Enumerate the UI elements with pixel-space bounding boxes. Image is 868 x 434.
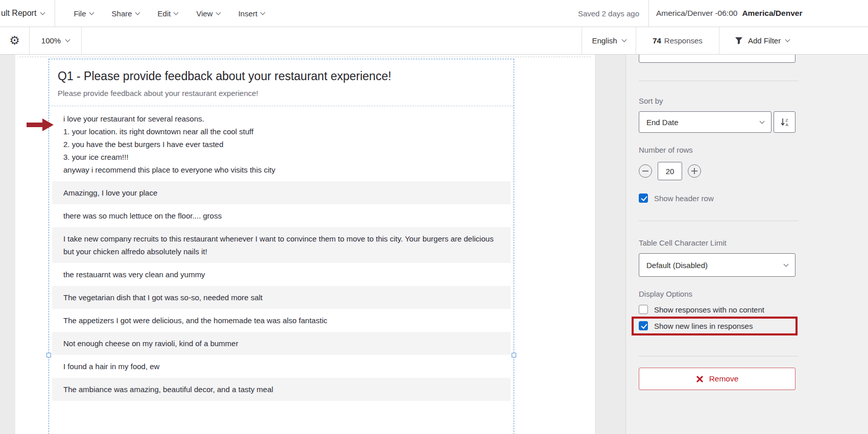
response-row: Amazingg, I love your place bbox=[52, 181, 511, 204]
show-no-content-checkbox[interactable] bbox=[639, 305, 648, 314]
responses-count: 74 bbox=[653, 36, 661, 45]
chevron-down-icon bbox=[65, 37, 70, 42]
response-row: Not enough cheese on my ravioli, kind of… bbox=[52, 332, 511, 355]
svg-text:Z: Z bbox=[785, 118, 788, 123]
show-no-content-option: Show responses with no content bbox=[639, 305, 795, 314]
report-page: Q1 - Please provide feedback about your … bbox=[15, 55, 595, 434]
add-filter-button[interactable]: Add Filter bbox=[719, 27, 868, 54]
response-line: 1. your location. its right downtown nea… bbox=[63, 125, 499, 138]
response-row: The ambiance was amazing, beautiful deco… bbox=[52, 378, 511, 401]
response-line: the restauarnt was very clean and yummy bbox=[63, 268, 499, 281]
divider bbox=[55, 0, 55, 27]
sort-order-button[interactable]: Z A bbox=[774, 111, 795, 133]
response-line: 3. your ice cream!!! bbox=[63, 151, 499, 163]
chevron-down-icon bbox=[760, 118, 765, 124]
zoom-select[interactable]: 100% bbox=[30, 27, 82, 54]
settings-button[interactable]: ⚙ bbox=[0, 27, 30, 54]
char-limit-value: Default (Disabled) bbox=[646, 261, 708, 270]
menu-file-label: File bbox=[74, 9, 86, 18]
response-line: i love your restaurant for several reaso… bbox=[63, 112, 499, 125]
top-menubar: ult Report File Share Edit View Insert S… bbox=[0, 0, 868, 27]
add-filter-label: Add Filter bbox=[748, 36, 781, 45]
menu-share-label: Share bbox=[112, 9, 132, 18]
response-line: The vegetarian dish that I got was so-so… bbox=[63, 291, 499, 304]
sort-order-icon: Z A bbox=[780, 117, 790, 127]
chevron-down-icon bbox=[785, 37, 790, 42]
divider bbox=[639, 221, 798, 221]
text-responses-widget[interactable]: Q1 - Please provide feedback about your … bbox=[49, 59, 514, 434]
response-line: I found a hair in my food, ew bbox=[63, 360, 499, 373]
responses-counter: 74 Responses bbox=[636, 27, 719, 54]
sort-by-dropdown[interactable]: End Date bbox=[639, 111, 771, 133]
response-line: Amazingg, I love your place bbox=[63, 186, 499, 199]
chevron-down-icon bbox=[89, 10, 94, 15]
menu-edit[interactable]: Edit bbox=[158, 9, 178, 18]
language-select[interactable]: English bbox=[582, 27, 636, 54]
chevron-down-icon bbox=[135, 10, 140, 15]
settings-sidebar: Sort by End Date Z A Number of rows 20 S… bbox=[625, 55, 868, 434]
response-row: there was so much lettuce on the floor..… bbox=[52, 204, 511, 227]
remove-button[interactable]: Remove bbox=[639, 368, 795, 390]
filter-icon bbox=[735, 37, 743, 44]
svg-text:A: A bbox=[785, 123, 788, 127]
number-of-rows-stepper: 20 bbox=[639, 162, 795, 180]
response-row: I take new company recruits to this rest… bbox=[52, 227, 511, 263]
annotation-arrow bbox=[27, 118, 54, 132]
annotation-highlight-box bbox=[632, 317, 798, 335]
menu-view-label: View bbox=[196, 9, 212, 18]
response-row: The vegetarian dish that I got was so-so… bbox=[52, 286, 511, 309]
menu-view[interactable]: View bbox=[196, 9, 220, 18]
divider bbox=[639, 356, 798, 356]
report-toolbar: ⚙ 100% English 74 Responses Add Filter bbox=[0, 27, 868, 55]
response-line: The appetizers I got were delicious, and… bbox=[63, 314, 499, 327]
menu-bar: File Share Edit View Insert bbox=[74, 9, 264, 18]
show-header-row-checkbox[interactable] bbox=[639, 194, 648, 203]
saved-status: Saved 2 days ago bbox=[578, 9, 639, 18]
menu-insert[interactable]: Insert bbox=[238, 9, 265, 18]
decrement-button[interactable] bbox=[639, 164, 652, 178]
question-title: Q1 - Please provide feedback about your … bbox=[58, 69, 505, 83]
responses-table: i love your restaurant for several reaso… bbox=[52, 107, 511, 401]
question-header: Q1 - Please provide feedback about your … bbox=[49, 59, 514, 106]
zoom-value: 100% bbox=[41, 36, 61, 45]
response-line: Not enough cheese on my ravioli, kind of… bbox=[63, 337, 499, 350]
response-line: The ambiance was amazing, beautiful deco… bbox=[63, 383, 499, 396]
menu-share[interactable]: Share bbox=[112, 9, 139, 18]
chevron-down-icon bbox=[621, 37, 626, 42]
resize-handle-left[interactable] bbox=[46, 353, 51, 357]
gear-icon: ⚙ bbox=[9, 34, 20, 47]
show-header-row-label: Show header row bbox=[654, 194, 714, 203]
response-row: I found a hair in my food, ew bbox=[52, 355, 511, 378]
chevron-down-icon bbox=[215, 10, 221, 15]
close-icon bbox=[696, 375, 704, 383]
remove-label: Remove bbox=[709, 374, 739, 383]
increment-button[interactable] bbox=[688, 164, 701, 178]
response-row: The appetizers I got were delicious, and… bbox=[52, 309, 511, 332]
timezone-name: America/Denver bbox=[742, 9, 802, 18]
chevron-down-icon bbox=[784, 261, 789, 267]
language-value: English bbox=[592, 36, 617, 45]
report-title-menu[interactable]: ult Report bbox=[0, 0, 55, 27]
timezone-display: America/Denver -06:00 America/Denver bbox=[649, 9, 868, 18]
response-row: i love your restaurant for several reaso… bbox=[52, 107, 511, 181]
sort-by-label: Sort by bbox=[639, 97, 663, 105]
report-canvas: Q1 - Please provide feedback about your … bbox=[0, 55, 625, 434]
resize-handle-right[interactable] bbox=[512, 353, 516, 357]
response-line: I take new company recruits to this rest… bbox=[63, 232, 499, 258]
timezone-offset: America/Denver -06:00 bbox=[656, 9, 737, 18]
data-source-dropdown-partial[interactable] bbox=[639, 55, 795, 63]
sort-by-row: End Date Z A bbox=[639, 111, 795, 133]
response-line: anyway i recommend this place to everyon… bbox=[63, 163, 499, 176]
chevron-down-icon bbox=[260, 10, 266, 15]
show-no-content-label: Show responses with no content bbox=[654, 305, 764, 314]
menu-file[interactable]: File bbox=[74, 9, 93, 18]
page-margin-guide bbox=[19, 57, 591, 57]
response-row: the restauarnt was very clean and yummy bbox=[52, 263, 511, 286]
show-header-row-option: Show header row bbox=[639, 194, 795, 203]
char-limit-dropdown[interactable]: Default (Disabled) bbox=[639, 253, 795, 277]
responses-count-label: Responses bbox=[664, 36, 703, 45]
chevron-down-icon bbox=[174, 10, 179, 15]
number-of-rows-input[interactable]: 20 bbox=[658, 162, 682, 180]
menu-insert-label: Insert bbox=[238, 9, 258, 18]
chevron-down-icon bbox=[40, 10, 45, 15]
